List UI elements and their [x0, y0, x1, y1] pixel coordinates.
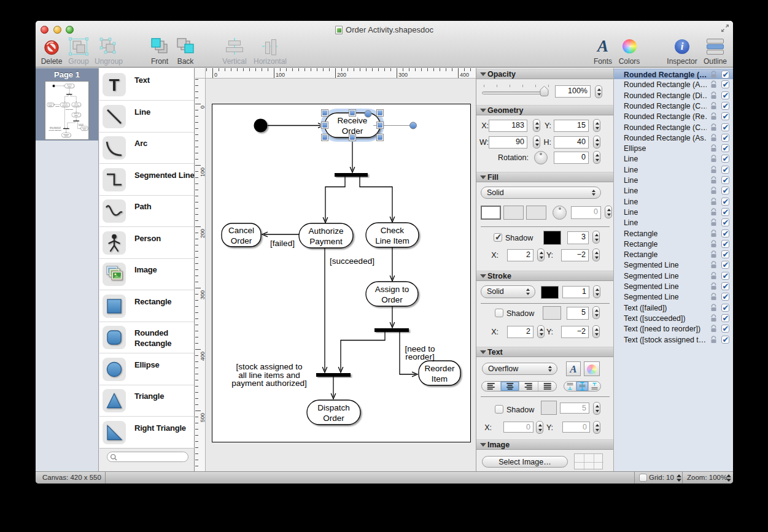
svg-text:Item: Item — [432, 374, 448, 384]
svg-text:Dispatch: Dispatch — [317, 403, 350, 412]
svg-text:Reorder: Reorder — [82, 127, 87, 128]
svg-text:Order: Order — [74, 115, 78, 116]
svg-text:Line Item: Line Item — [73, 105, 79, 106]
svg-text:Assign to: Assign to — [375, 285, 409, 294]
svg-text:Check: Check — [74, 103, 79, 104]
svg-text:Order: Order — [48, 105, 52, 106]
svg-text:payment authorized]: payment authorized] — [231, 379, 306, 388]
svg-text:Assign to: Assign to — [73, 113, 79, 114]
svg-text:[failed]: [failed] — [270, 239, 295, 248]
svg-text:Item: Item — [83, 128, 86, 129]
svg-text:Reorder: Reorder — [425, 364, 455, 373]
svg-text:[succeeded]: [succeeded] — [66, 109, 74, 110]
svg-text:Order: Order — [68, 86, 71, 87]
svg-text:Authorize: Authorize — [308, 226, 343, 236]
svg-text:Receive: Receive — [67, 84, 72, 85]
svg-text:T: T — [109, 75, 119, 94]
svg-text:Payment: Payment — [309, 237, 343, 246]
svg-text:payment authorized]: payment authorized] — [48, 129, 61, 131]
svg-text:Order: Order — [381, 295, 403, 304]
svg-text:Order: Order — [64, 135, 68, 136]
svg-text:Cancel: Cancel — [228, 226, 254, 235]
svg-text:[succeeded]: [succeeded] — [330, 256, 374, 266]
svg-text:Order: Order — [231, 236, 252, 245]
svg-text:Payment: Payment — [62, 105, 68, 106]
svg-text:Line Item: Line Item — [375, 236, 409, 245]
svg-text:reorder]: reorder] — [79, 125, 83, 126]
svg-text:reorder]: reorder] — [405, 352, 434, 361]
svg-text:[failed]: [failed] — [55, 106, 60, 107]
svg-text:Receive: Receive — [338, 116, 368, 125]
svg-text:Dispatch: Dispatch — [63, 134, 69, 135]
svg-text:Authorize: Authorize — [62, 103, 68, 104]
svg-text:Order: Order — [323, 414, 344, 423]
svg-text:Check: Check — [381, 226, 405, 235]
svg-text:Cancel: Cancel — [48, 103, 53, 104]
